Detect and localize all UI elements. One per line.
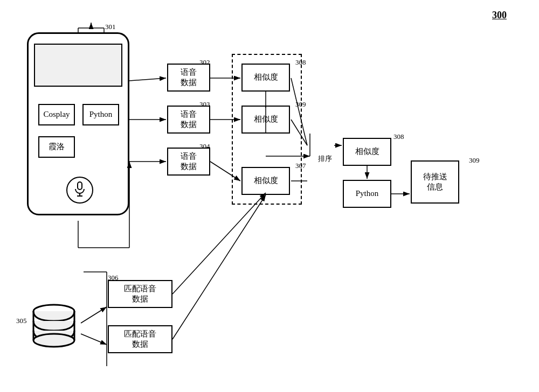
label-308-left: 308 [295, 58, 306, 67]
svg-line-29 [81, 334, 107, 345]
label-306: 306 [108, 274, 119, 282]
label-301: 301 [105, 23, 116, 31]
mic-button[interactable] [66, 177, 93, 204]
svg-line-30 [172, 193, 266, 294]
audio-data-302: 语音数据 [167, 64, 210, 92]
cosplay-item: Cosplay [38, 104, 75, 125]
similarity-307: 相似度 [241, 167, 290, 195]
figure-number: 300 [492, 10, 507, 21]
similarity-308-right: 相似度 [343, 138, 391, 166]
svg-rect-0 [78, 182, 82, 190]
match-audio-2: 匹配语音数据 [108, 325, 172, 353]
xialo-item: 霞洛 [38, 136, 75, 158]
label-308-right: 308 [393, 132, 404, 141]
similarity-308-left: 相似度 [241, 64, 290, 92]
pending-push: 待推送信息 [411, 160, 459, 204]
audio-data-303: 语音数据 [167, 106, 210, 134]
label-305: 305 [16, 317, 27, 325]
label-309-right: 309 [469, 156, 480, 165]
label-304: 304 [199, 142, 210, 151]
phone: Cosplay Python 霞洛 [27, 32, 129, 215]
label-309-left: 309 [295, 100, 306, 109]
paixu-label: 排序 [318, 154, 332, 164]
python-item: Python [82, 104, 119, 125]
diagram: 300 Cosplay Python 霞洛 301 语音数据 语音数据 语音数据… [0, 0, 539, 392]
similarity-309-left: 相似度 [241, 106, 290, 134]
svg-point-4 [33, 334, 74, 347]
label-303: 303 [199, 100, 210, 109]
python-right: Python [343, 180, 391, 208]
svg-line-28 [81, 307, 107, 323]
phone-screen [34, 44, 122, 87]
match-audio-1: 匹配语音数据 [108, 280, 172, 308]
audio-data-304: 语音数据 [167, 148, 210, 176]
mic-icon [73, 181, 86, 199]
svg-line-31 [172, 195, 266, 339]
label-307: 307 [295, 162, 306, 170]
database-icon [27, 302, 81, 355]
label-302: 302 [199, 58, 210, 67]
svg-line-12 [129, 78, 166, 81]
